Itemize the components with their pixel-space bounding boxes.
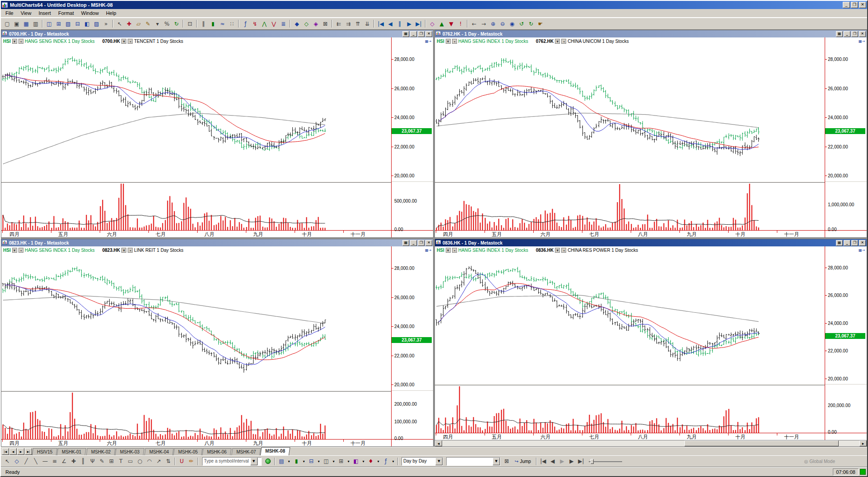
time-axis[interactable]: 四月五月六月七月八月九月十月十一月 <box>1 230 391 237</box>
resolution-dropdown-icon[interactable]: ▼ <box>435 458 443 465</box>
format-window-button[interactable]: ⊠ <box>321 19 330 28</box>
watchlist-select[interactable]: ▼ <box>446 457 500 466</box>
extended-line-tool-button[interactable]: — <box>41 457 50 466</box>
save-desktop-button[interactable]: ▦ <box>22 19 31 28</box>
eraser-tool-button[interactable]: ▱ <box>134 19 143 28</box>
slider-thumb[interactable] <box>591 459 594 464</box>
panel-titlebar[interactable]: 0823.HK - 1 Day - Metastock▦_❐✕ <box>1 239 433 246</box>
global-mode-toggle[interactable]: ◎Global Mode <box>801 457 838 466</box>
style-dropdown-icon[interactable]: ▾ <box>331 457 336 466</box>
menu-help[interactable]: Help <box>102 9 120 17</box>
workspace-tab-mshk-07[interactable]: MSHK-07 <box>231 448 261 455</box>
panel-minimize-button[interactable]: _ <box>844 31 850 37</box>
price-axis-column[interactable]: ▦→28,000.0026,000.0024,000.0022,000.0020… <box>825 246 867 440</box>
crosshair-tool-button[interactable]: ✚ <box>125 19 134 28</box>
playback-first-button[interactable]: |◀ <box>376 19 385 28</box>
instrument-collapse-icon[interactable]: ◂ <box>452 248 457 253</box>
highlighter-tool-button[interactable]: ✏ <box>187 457 196 466</box>
workspace-tab-hsiv15[interactable]: HSIV15 <box>32 448 58 455</box>
grid-tool-button[interactable]: ⊞ <box>107 457 116 466</box>
workspace-tab-mshk-03[interactable]: MSHK-03 <box>115 448 145 455</box>
ohlc-bar-style-button[interactable]: ‖ <box>199 19 208 28</box>
menu-window[interactable]: Window <box>78 9 102 17</box>
percent-scale-button[interactable]: % <box>162 19 171 28</box>
move-right-button[interactable]: ⇉ <box>344 19 353 28</box>
colors-settings-button[interactable]: ◧ <box>351 457 360 466</box>
fib-tools-button[interactable]: ◇ <box>12 457 21 466</box>
panel-titlebar[interactable]: 0700.HK - 1 Day - Metastock▦_❐✕ <box>1 30 433 37</box>
panel-restore-button[interactable]: ❐ <box>418 240 425 246</box>
pan-hand-button[interactable]: ☛ <box>536 19 545 28</box>
arrow-tool-button[interactable]: ↗ <box>154 457 163 466</box>
chart-play-first-button[interactable]: |◀ <box>539 457 548 466</box>
tile-vertically-button[interactable]: ◧ <box>83 19 92 28</box>
ray-tool-button[interactable]: ╲ <box>31 457 40 466</box>
volume-scale[interactable]: 200,000.000.00 <box>825 384 867 433</box>
panel-minimize-button[interactable]: _ <box>410 240 417 246</box>
panel-restore-button[interactable]: ❐ <box>418 31 425 37</box>
send-to-back-button[interactable]: ⇊ <box>363 19 372 28</box>
new-chart-window-button[interactable]: ◫ <box>45 19 54 28</box>
expansion-tool-button[interactable]: ⇅ <box>164 457 173 466</box>
chart-play-button[interactable]: ▶ <box>558 457 567 466</box>
text-tool-button[interactable]: T <box>116 457 125 466</box>
format-signal-button[interactable]: ◈ <box>311 19 320 28</box>
panel-minimize-button[interactable]: _ <box>844 240 850 246</box>
horizontal-lines-tool-button[interactable]: ≡ <box>50 457 59 466</box>
price-axis-column[interactable]: ▦→28,000.0026,000.0024,000.0022,000.0020… <box>391 246 433 446</box>
format-painter-button[interactable]: ✎ <box>143 19 152 28</box>
style-dropdown-icon[interactable]: ▾ <box>316 457 321 466</box>
panel-properties-button[interactable]: ▦ <box>402 31 409 37</box>
reload-data-button[interactable]: ↻ <box>172 19 181 28</box>
style-dropdown-icon[interactable]: ▾ <box>391 457 396 466</box>
buy-marker-button[interactable]: ▲ <box>437 19 446 28</box>
instrument-collapse-icon[interactable]: ◂ <box>128 39 133 44</box>
price-chart-canvas[interactable] <box>435 45 825 181</box>
order-marker-button[interactable]: ◇ <box>428 19 437 28</box>
price-scale[interactable]: 28,000.0026,000.0024,000.0022,000.0020,0… <box>825 254 867 384</box>
tab-scroll-first-icon[interactable]: |◀ <box>2 448 9 455</box>
chart-status-icon[interactable]: ▦→ <box>858 247 865 253</box>
new-market-scanner-button[interactable]: ▧ <box>64 19 73 28</box>
chart-play-next-button[interactable]: ▶ <box>567 457 576 466</box>
watchlist-dropdown-icon[interactable]: ▼ <box>493 458 500 465</box>
chart-status-icon[interactable]: ▦→ <box>858 38 865 44</box>
menu-format[interactable]: Format <box>55 9 78 17</box>
panel-titlebar[interactable]: 0762.HK - 1 Day - Metastock▦_❐✕ <box>435 30 867 37</box>
style-dropdown-icon[interactable]: ▾ <box>376 457 381 466</box>
open-desktop-button[interactable]: ▣ <box>12 19 21 28</box>
style-dropdown-icon[interactable]: ▾ <box>286 457 291 466</box>
more-commands-button[interactable]: » <box>102 19 111 28</box>
resolution-select[interactable]: Day by Day▼ <box>402 457 443 466</box>
scrollbar-thumb[interactable] <box>684 440 839 446</box>
jump-button[interactable]: ↪Jump <box>512 457 534 466</box>
workspace-tab-mshk-05[interactable]: MSHK-05 <box>173 448 203 455</box>
instrument-collapse-icon[interactable]: ◂ <box>561 39 566 44</box>
arc-tool-button[interactable]: ◠ <box>145 457 154 466</box>
volume-chart-canvas[interactable] <box>1 392 391 439</box>
candlestick-style-button[interactable]: ▮ <box>208 19 217 28</box>
volume-chart-canvas[interactable] <box>435 183 825 230</box>
chart-hscrollbar[interactable]: ◀▶ <box>435 440 867 446</box>
zoom-window-button[interactable]: ◉ <box>508 19 517 28</box>
menu-insert[interactable]: Insert <box>35 9 55 17</box>
panel-properties-button[interactable]: ▦ <box>836 240 843 246</box>
price-scale[interactable]: 28,000.0026,000.0024,000.0022,000.0020,0… <box>825 45 867 181</box>
chart-status-icon[interactable]: ▦→ <box>425 38 432 44</box>
panel-close-button[interactable]: ✕ <box>859 240 866 246</box>
volume-chart-canvas[interactable] <box>1 183 391 230</box>
instrument-dropdown-icon[interactable]: ▼ <box>121 248 126 253</box>
volume-scale[interactable]: 200,000.00100,000.000.00 <box>392 390 433 439</box>
volume-scale[interactable]: 500,000.000.00 <box>392 181 433 230</box>
new-document-button[interactable]: ▢ <box>3 19 12 28</box>
new-quote-board-button[interactable]: ⊞ <box>54 19 63 28</box>
chart-style-button[interactable]: ▮ <box>292 457 301 466</box>
price-scale[interactable]: 28,000.0026,000.0024,000.0022,000.0020,0… <box>392 254 433 390</box>
instrument-dropdown-icon[interactable]: ▼ <box>555 39 560 44</box>
instrument-collapse-icon[interactable]: ◂ <box>18 248 23 253</box>
chart-shift-button[interactable]: ⊡ <box>185 19 194 28</box>
panel-restore-button[interactable]: ❐ <box>851 31 858 37</box>
time-axis[interactable]: 四月五月六月七月八月九月十月十一月 <box>435 230 825 237</box>
volume-chart-canvas[interactable] <box>435 385 825 433</box>
rectangle-tool-button[interactable]: ▭ <box>126 457 135 466</box>
